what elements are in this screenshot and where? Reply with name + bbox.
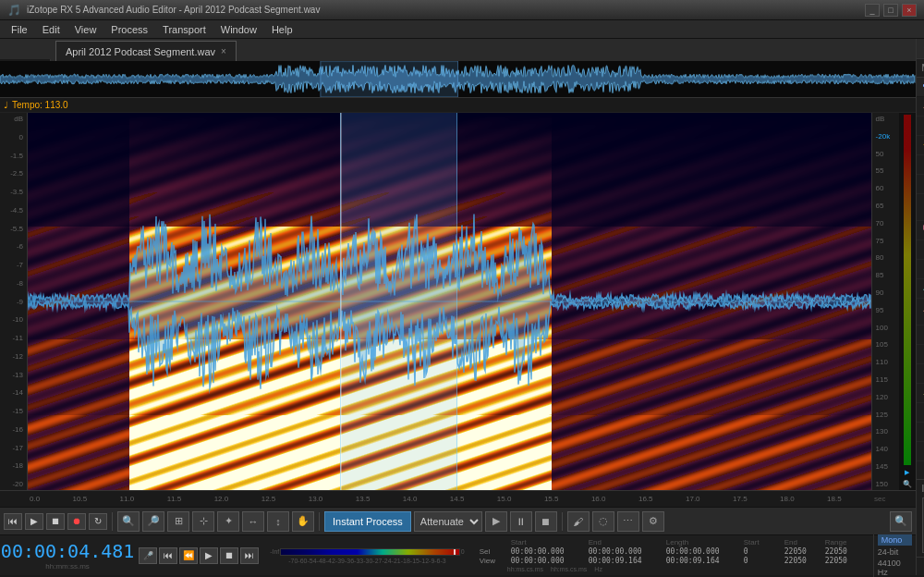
close-button[interactable]: × (902, 4, 917, 17)
zoom-out-button[interactable]: 🔎 (142, 511, 164, 532)
module-de-noise[interactable]: De-noise (917, 155, 924, 175)
app-icon: 🎵 (7, 4, 21, 17)
process-pause-button[interactable]: ⏸ (510, 511, 532, 532)
timecode-display: 00:00:04.481 (1, 540, 135, 562)
mini-mic-button[interactable]: 🎤 (139, 547, 157, 564)
tab-close[interactable]: × (221, 46, 226, 56)
undo-button[interactable]: Undo (917, 557, 924, 575)
partials-button[interactable]: ⋯ (617, 511, 639, 532)
process-stop-button[interactable]: ⏹ (535, 511, 557, 532)
mini-start-button[interactable]: ⏮ (159, 547, 177, 564)
module-de-clip[interactable]: De-clip (917, 97, 924, 117)
transport-mini: 🎤 ⏮ ⏪ ▶ ⏹ ⏭ (139, 547, 259, 564)
right-panel-header: ✦iZotope ⚙ ? (917, 39, 924, 59)
module-dither[interactable]: Dither (917, 461, 924, 479)
menu-edit[interactable]: Edit (35, 20, 67, 39)
mini-prev-button[interactable]: ⏪ (179, 547, 198, 564)
module-ambience-match[interactable]: Ambience Match (917, 299, 924, 325)
selection-info: Start End Length Start End Range Sel 00:… (480, 538, 862, 572)
spectrogram-view[interactable] (28, 113, 871, 490)
mini-stop-button[interactable]: ⏹ (220, 547, 238, 564)
module-deconstruct[interactable]: Deconstruct (917, 221, 924, 240)
settings-button[interactable]: ⚙ (642, 511, 664, 532)
process-play-button[interactable]: ▶ (485, 511, 507, 532)
modules-list: De-clip De-click De-hum De-noise (917, 97, 924, 479)
module-time-pitch[interactable]: Time & Pitch (917, 325, 924, 345)
brush-tool-button[interactable]: 🖌 (567, 511, 590, 532)
menubar: File Edit View Process Transport Window … (0, 20, 924, 39)
left-panel: RX April 2012 Podcast Segment.wav × ♩ Te… (0, 39, 916, 575)
menu-process[interactable]: Process (103, 20, 155, 39)
loop-button[interactable]: ↻ (89, 513, 107, 530)
level-bar-left (904, 115, 911, 465)
freq-select-button[interactable]: ↕ (267, 511, 289, 532)
select-tool-button[interactable]: ⊹ (192, 511, 214, 532)
time-select-button[interactable]: ↔ (242, 511, 264, 532)
right-panel: ✦iZotope ⚙ ? Modules Module Chain (916, 39, 924, 575)
menu-window[interactable]: Window (213, 20, 264, 39)
tempo-bar: ♩ Tempo: 113.0 (0, 98, 916, 113)
module-chain-item[interactable]: Module Chain (917, 78, 924, 97)
statusbar: 00:00:04.481 hh:mm:ss.ms 🎤 ⏮ ⏪ ▶ ⏹ ⏭ -In… (0, 534, 916, 575)
titlebar: 🎵 iZotope RX 5 Advanced Audio Editor - A… (0, 0, 924, 20)
zoom-scroll-button[interactable]: 🔍 (890, 511, 912, 532)
db-axis-left: dB 0 -1.5 -2.5 -3.5 -4.5 -5.5 -6 -7 -8 -… (0, 113, 28, 490)
play-button[interactable]: ▶ (25, 513, 43, 530)
sep2 (319, 512, 320, 531)
instant-process-button[interactable]: Instant Process (324, 511, 411, 532)
tempo-icon: ♩ (4, 100, 8, 110)
tab-bar: April 2012 Podcast Segment.wav × (0, 39, 916, 61)
attenuate-select[interactable]: Attenuate Remove (414, 511, 482, 532)
time-axis: 0.0 10.5 11.0 11.5 12.0 12.5 13.0 13.5 1… (0, 490, 916, 507)
zoom-in-button[interactable]: 🔍 (117, 511, 140, 532)
minimize-button[interactable]: _ (865, 4, 880, 17)
mono-badge: Mono (878, 534, 912, 546)
pan-button[interactable]: ✋ (292, 511, 314, 532)
initial-state-panel: Initial State (917, 479, 924, 557)
module-resample[interactable]: Resample (917, 442, 924, 461)
module-loudness[interactable]: Loudness (917, 345, 924, 364)
module-corrective-eq[interactable]: Corrective EQ (917, 403, 924, 423)
menu-transport[interactable]: Transport (155, 20, 213, 39)
mini-play-button[interactable]: ▶ (200, 547, 218, 564)
module-channel-ops[interactable]: Channel Ops (917, 423, 924, 442)
toolbar: ⏮ ▶ ⏹ ⏺ ↻ 🔍 🔎 ⊞ ⊹ ✦ ↔ ↕ ✋ Instant Proces… (0, 507, 916, 534)
spectrogram-container: dB 0 -1.5 -2.5 -3.5 -4.5 -5.5 -6 -7 -8 -… (0, 113, 916, 490)
lasso-tool-button[interactable]: ✦ (217, 511, 239, 532)
freq-axis-right: dB -20k 50 55 60 65 70 75 80 85 90 95 10… (871, 113, 899, 490)
tab-label: April 2012 Podcast Segment.wav (66, 46, 215, 57)
module-de-plosive[interactable]: De-plosive (917, 175, 924, 194)
level-meters: ▶ 🔍 (899, 113, 916, 490)
stop-button[interactable]: ⏹ (46, 513, 65, 530)
sep1 (112, 512, 113, 531)
modules-section-label: Modules (917, 59, 924, 78)
module-spectral-repair[interactable]: Spectral Repair (917, 194, 924, 221)
tempo-label: Tempo: 113.0 (12, 100, 68, 110)
title-text: iZotope RX 5 Advanced Audio Editor - Apr… (27, 5, 320, 15)
active-tab[interactable]: April 2012 Podcast Segment.wav × (55, 41, 237, 61)
format-info: Mono 24-bit 44100 Hz (873, 534, 912, 577)
module-de-click[interactable]: De-click (917, 117, 924, 136)
menu-help[interactable]: Help (264, 20, 300, 39)
overview-waveform[interactable] (0, 61, 916, 98)
maximize-button[interactable]: □ (883, 4, 898, 17)
mini-end-button[interactable]: ⏭ (240, 547, 259, 564)
timecode-format: hh:mm:ss.ms (45, 562, 90, 571)
go-start-button[interactable]: ⏮ (4, 513, 22, 530)
zoom-fit-button[interactable]: ⊞ (167, 511, 189, 532)
module-plugin[interactable]: Plug-in (917, 364, 924, 384)
sample-rate: 44100 Hz (878, 559, 912, 577)
menu-view[interactable]: View (67, 20, 104, 39)
main-layout: RX April 2012 Podcast Segment.wav × ♩ Te… (0, 39, 924, 575)
module-eq-match[interactable]: EQ Match (917, 279, 924, 299)
module-leveler[interactable]: Leveler (917, 260, 924, 279)
db-scale: -70 -60 -54 -48 -42 -39 -36 -33 -30 -27 … (270, 558, 465, 564)
eraser-tool-button[interactable]: ◌ (592, 511, 614, 532)
menu-file[interactable]: File (4, 20, 35, 39)
module-de-hum[interactable]: De-hum (917, 136, 924, 155)
bit-depth: 24-bit (878, 547, 912, 557)
module-de-reverb[interactable]: De-reverb (917, 240, 924, 260)
module-gain[interactable]: Gain (917, 384, 924, 403)
record-button[interactable]: ⏺ (67, 513, 86, 530)
sep3 (562, 512, 563, 531)
